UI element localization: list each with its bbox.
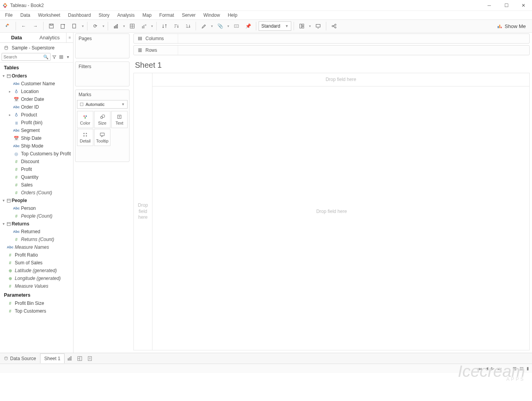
chevron-down-icon[interactable]: ▼ [210,21,214,32]
field-order-date[interactable]: 📅Order Date [0,95,73,103]
fit-dropdown[interactable]: Standard ▼ [259,21,291,31]
sheet-title[interactable]: Sheet 1 [131,56,532,73]
new-worksheet-button[interactable] [69,21,80,32]
field-segment[interactable]: AbcSegment [0,127,73,134]
tab-analytics[interactable]: Analytics [33,33,66,42]
highlight-button[interactable] [198,21,209,32]
field-ship-mode[interactable]: AbcShip Mode [0,142,73,150]
totals-button[interactable] [127,21,138,32]
param-profit-bin-size[interactable]: #Profit Bin Size [0,299,73,307]
chevron-down-icon[interactable]: ▼ [81,21,85,32]
viz-canvas[interactable]: Drop field here Dropfieldhere Drop field… [133,73,530,350]
tab-data[interactable]: Data [0,33,33,42]
field-quantity[interactable]: #Quantity [0,173,73,181]
sort-swap-button[interactable] [159,21,170,32]
marks-tooltip-button[interactable]: Tooltip [94,129,110,146]
share-button[interactable] [329,21,340,32]
marks-color-button[interactable]: Color [77,111,93,128]
new-dashboard-tab[interactable] [75,356,85,361]
last-icon[interactable]: ⏭ [497,366,502,371]
chevron-down-icon[interactable]: ▼ [150,21,154,32]
datasource-tab[interactable]: Data Source [0,354,40,363]
field-profit[interactable]: #Profit [0,165,73,173]
param-top-customers[interactable]: #Top Customers [0,307,73,315]
chevron-down-icon[interactable]: ▼ [308,21,312,32]
clear-button[interactable] [138,21,149,32]
menu-story[interactable]: Story [95,12,113,19]
field-people-count-[interactable]: #People (Count) [0,212,73,220]
tabs-view-icon[interactable]: ▦ [513,366,516,371]
sort-asc-button[interactable] [171,21,182,32]
field-product[interactable]: ▸♁Product [0,111,73,119]
marks-detail-button[interactable]: Detail [77,129,93,146]
field-top-customers-by-profit[interactable]: ◎Top Customers by Profit [0,150,73,158]
maximize-button[interactable]: ☐ [498,0,515,11]
menu-server[interactable]: Server [178,12,199,19]
view-as-table-icon[interactable] [58,53,65,61]
menu-help[interactable]: Help [224,12,241,19]
search-field[interactable] [4,55,43,59]
show-cards-button[interactable] [296,21,307,32]
filmstrip-view-icon[interactable]: ▮ [527,366,529,371]
marks-text-button[interactable]: Text [111,111,128,128]
tableau-icon[interactable] [2,21,13,32]
datasource-row[interactable]: Sample - Superstore [0,43,73,53]
presentation-button[interactable] [313,21,324,32]
field-returns-count-[interactable]: #Returns (Count) [0,236,73,243]
table-orders[interactable]: ▾Orders [0,72,73,80]
tab-menu-button[interactable]: ≡ [66,33,73,42]
menu-file[interactable]: File [2,12,16,19]
label-button[interactable] [231,21,242,32]
redo-button[interactable]: → [30,21,41,32]
field-sales[interactable]: #Sales [0,181,73,189]
field-customer-name[interactable]: AbcCustomer Name [0,80,73,88]
refresh-button[interactable]: ⟳ [90,21,101,32]
columns-shelf[interactable]: Columns [133,33,530,44]
menu-icon[interactable]: ▾ [65,53,72,61]
mark-type-dropdown[interactable]: Automatic ▼ [77,100,128,109]
field-latitude-generated-[interactable]: ⊕Latitude (generated) [0,267,73,274]
chevron-down-icon[interactable]: ▼ [122,21,126,32]
filter-fields-icon[interactable] [51,53,58,61]
field-discount[interactable]: #Discount [0,158,73,165]
new-worksheet-tab[interactable] [65,356,75,361]
search-input[interactable]: 🔍 [2,53,51,61]
menu-format[interactable]: Format [156,12,178,19]
next-icon[interactable]: ▶ [491,366,494,371]
undo-button[interactable]: ← [18,21,29,32]
prev-icon[interactable]: ◀ [485,366,488,371]
save-button[interactable] [46,21,57,32]
rows-shelf[interactable]: Rows [133,45,530,55]
field-returned[interactable]: AbcReturned [0,228,73,236]
first-icon[interactable]: ⏮ [478,366,482,371]
sort-view-icon[interactable]: ▤ [520,366,523,371]
close-button[interactable]: ✕ [515,0,532,11]
field-orders-count-[interactable]: #Orders (Count) [0,189,73,197]
field-profit-ratio[interactable]: #Profit Ratio [0,251,73,259]
chevron-down-icon[interactable]: ▼ [102,21,105,32]
field-person[interactable]: AbcPerson [0,204,73,212]
field-longitude-generated-[interactable]: ⊕Longitude (generated) [0,274,73,282]
table-returns[interactable]: ▾Returns [0,220,73,228]
pin-button[interactable]: 📌 [243,21,254,32]
chevron-down-icon[interactable]: ▼ [226,21,230,32]
show-me-button[interactable]: Show Me [493,23,530,29]
marks-size-button[interactable]: Size [94,111,110,128]
menu-data[interactable]: Data [17,12,33,19]
new-story-tab[interactable] [85,356,95,361]
pages-card[interactable]: Pages [75,33,130,58]
field-profit-bin-[interactable]: ⫼Profit (bin) [0,119,73,127]
menu-dashboard[interactable]: Dashboard [65,12,94,19]
field-measure-names[interactable]: AbcMeasure Names [0,243,73,251]
minimize-button[interactable]: ─ [481,0,498,11]
menu-analysis[interactable]: Analysis [114,12,138,19]
sort-desc-button[interactable] [182,21,193,32]
group-button[interactable]: 📎 [215,21,226,32]
field-location[interactable]: ▸♁Location [0,88,73,95]
sheet-tab[interactable]: Sheet 1 [40,354,65,363]
field-ship-date[interactable]: 📅Ship Date [0,134,73,142]
field-measure-values[interactable]: #Measure Values [0,282,73,290]
swap-button[interactable] [110,21,121,32]
menu-map[interactable]: Map [139,12,155,19]
menu-window[interactable]: Window [200,12,224,19]
